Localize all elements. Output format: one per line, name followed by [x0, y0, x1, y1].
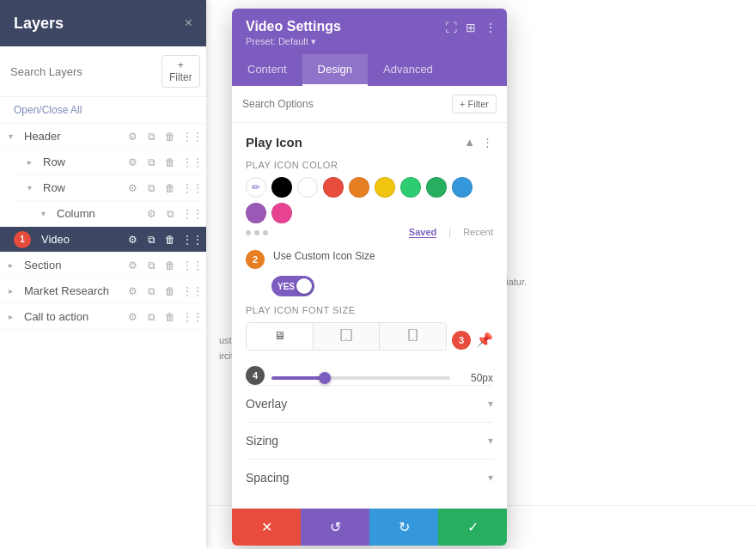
section-more-icon[interactable]: ⋮ — [482, 136, 493, 149]
collapse-icon[interactable]: ▲ — [464, 136, 475, 149]
color-swatch-white[interactable] — [297, 177, 318, 198]
layer-row2-actions: ⚙ ⧉ 🗑 ⋮⋮ — [125, 182, 196, 194]
color-swatch-light-green[interactable] — [400, 177, 421, 198]
settings-icon[interactable]: ⚙ — [125, 311, 139, 323]
open-close-all-button[interactable]: Open/Close All — [0, 97, 206, 124]
play-icon-title: Play Icon — [246, 135, 302, 149]
slider-track[interactable] — [271, 376, 450, 380]
layer-item-column[interactable]: ▾ Column ⚙ ⧉ ⋮⋮ — [27, 201, 206, 227]
delete-icon[interactable]: 🗑 — [163, 182, 177, 194]
more-options-icon[interactable]: ⋮ — [485, 21, 497, 34]
drag-icon[interactable]: ⋮⋮ — [182, 234, 196, 246]
layer-item-row1[interactable]: ▸ Row ⚙ ⧉ 🗑 ⋮⋮ — [14, 149, 206, 175]
copy-icon[interactable]: ⧉ — [144, 285, 158, 297]
redo-button[interactable]: ↻ — [369, 509, 438, 546]
modal-search-input[interactable] — [242, 98, 445, 110]
color-dropper-button[interactable]: ✏ — [246, 177, 266, 198]
sizing-title: Sizing — [246, 434, 278, 448]
tab-design[interactable]: Design — [302, 54, 368, 86]
delete-icon[interactable]: 🗑 — [163, 285, 177, 297]
delete-icon[interactable]: 🗑 — [163, 234, 177, 246]
slider-thumb[interactable] — [319, 372, 331, 384]
copy-icon[interactable]: ⧉ — [144, 234, 158, 246]
settings-icon[interactable]: ⚙ — [125, 156, 139, 168]
modal-header-actions: ⛶ ⊞ ⋮ — [445, 21, 497, 34]
drag-icon[interactable]: ⋮⋮ — [182, 259, 196, 271]
drag-icon[interactable]: ⋮⋮ — [182, 182, 196, 194]
device-tab-tablet[interactable] — [314, 323, 381, 350]
tab-advanced[interactable]: Advanced — [368, 54, 448, 86]
color-swatch-red[interactable] — [323, 177, 344, 198]
copy-icon[interactable]: ⧉ — [144, 131, 158, 143]
color-swatch-dark-green[interactable] — [426, 177, 447, 198]
custom-size-toggle[interactable]: YES — [271, 276, 314, 296]
copy-icon[interactable]: ⧉ — [144, 156, 158, 168]
color-swatch-black[interactable] — [271, 177, 292, 198]
layers-close-button[interactable]: × — [185, 15, 192, 31]
modal-footer: ✕ ↺ ↻ ✓ — [232, 508, 507, 546]
color-swatch-pink[interactable] — [271, 203, 292, 223]
pin-icon[interactable]: 📌 — [476, 332, 493, 348]
layer-item-call-to-action[interactable]: ▸ Call to action ⚙ ⧉ 🗑 ⋮⋮ — [0, 304, 206, 330]
color-swatch-yellow[interactable] — [375, 177, 395, 198]
tab-content[interactable]: Content — [232, 54, 302, 86]
settings-icon[interactable]: ⚙ — [125, 259, 139, 271]
spacing-accordion[interactable]: Spacing ▾ — [246, 459, 493, 496]
drag-icon[interactable]: ⋮⋮ — [182, 208, 196, 220]
fullscreen-icon[interactable]: ⛶ — [445, 21, 457, 34]
color-swatch-blue[interactable] — [452, 177, 472, 198]
reset-button[interactable]: ↺ — [301, 509, 369, 546]
copy-icon[interactable]: ⧉ — [144, 182, 158, 194]
cancel-button[interactable]: ✕ — [232, 509, 301, 546]
slider-container: 50px — [271, 372, 493, 384]
layer-item-header[interactable]: ▾ Header ⚙ ⧉ 🗑 ⋮⋮ — [0, 124, 206, 149]
layer-section-actions: ⚙ ⧉ 🗑 ⋮⋮ — [125, 259, 196, 271]
delete-icon[interactable]: 🗑 — [163, 131, 177, 143]
layer-item-video[interactable]: 1 Video ⚙ ⧉ 🗑 ⋮⋮ — [0, 227, 206, 253]
layers-search-input[interactable] — [10, 65, 155, 78]
section-actions: ▲ ⋮ — [464, 136, 493, 149]
device-tabs: 🖥 — [246, 322, 447, 351]
settings-icon[interactable]: ⚙ — [125, 131, 139, 143]
drag-icon[interactable]: ⋮⋮ — [182, 311, 196, 323]
delete-icon[interactable]: 🗑 — [163, 156, 177, 168]
copy-icon[interactable]: ⧉ — [144, 259, 158, 271]
layers-panel: Layers × + Filter Open/Close All ▾ Heade… — [0, 0, 206, 549]
settings-icon[interactable]: ⚙ — [125, 182, 139, 194]
svg-point-4 — [412, 339, 413, 339]
device-tab-mobile[interactable] — [380, 323, 446, 350]
play-icon-color-section: Play Icon Color ✏ — [246, 160, 493, 238]
split-icon[interactable]: ⊞ — [466, 21, 476, 34]
drag-icon[interactable]: ⋮⋮ — [182, 285, 196, 297]
sizing-accordion[interactable]: Sizing ▾ — [246, 422, 493, 459]
overlay-accordion[interactable]: Overlay ▾ — [246, 385, 493, 422]
copy-icon[interactable]: ⧉ — [144, 311, 158, 323]
chevron-icon: ▸ — [9, 260, 19, 271]
delete-icon[interactable]: 🗑 — [163, 311, 177, 323]
save-button[interactable]: ✓ — [438, 509, 507, 546]
color-swatch-orange[interactable] — [349, 177, 369, 198]
play-icon-section-header: Play Icon ▲ ⋮ — [246, 135, 493, 149]
color-swatch-purple[interactable] — [246, 203, 266, 223]
device-tab-desktop[interactable]: 🖥 — [247, 323, 314, 350]
layer-item-market-research[interactable]: ▸ Market Research ⚙ ⧉ 🗑 ⋮⋮ — [0, 278, 206, 304]
badge-4: 4 — [246, 366, 265, 385]
delete-icon[interactable]: 🗑 — [163, 259, 177, 271]
color-tab-saved[interactable]: Saved — [409, 227, 436, 238]
color-dot — [246, 230, 251, 235]
copy-icon[interactable]: ⧉ — [163, 208, 177, 220]
layer-item-row2[interactable]: ▾ Row ⚙ ⧉ 🗑 ⋮⋮ — [14, 175, 206, 201]
settings-icon[interactable]: ⚙ — [144, 208, 158, 220]
layers-filter-button[interactable]: + Filter — [162, 55, 200, 88]
modal-preset[interactable]: Preset: Default ▾ — [246, 36, 493, 47]
layer-header-actions: ⚙ ⧉ 🗑 ⋮⋮ — [125, 131, 196, 143]
settings-icon[interactable]: ⚙ — [125, 234, 139, 246]
settings-icon[interactable]: ⚙ — [125, 285, 139, 297]
drag-icon[interactable]: ⋮⋮ — [182, 156, 196, 168]
video-settings-modal: Video Settings Preset: Default ▾ ⛶ ⊞ ⋮ C… — [232, 9, 507, 546]
modal-filter-button[interactable]: + Filter — [452, 95, 497, 113]
drag-icon[interactable]: ⋮⋮ — [182, 131, 196, 143]
layer-item-section[interactable]: ▸ Section ⚙ ⧉ 🗑 ⋮⋮ — [0, 253, 206, 278]
color-tab-recent[interactable]: Recent — [463, 227, 493, 238]
sizing-chevron-icon: ▾ — [488, 435, 493, 447]
